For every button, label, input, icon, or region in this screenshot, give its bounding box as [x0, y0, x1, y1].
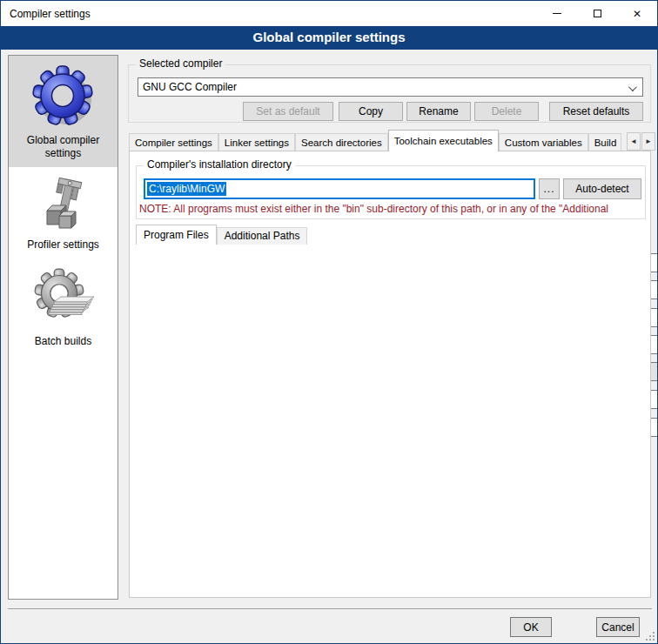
rename-button[interactable]: Rename	[406, 102, 471, 121]
maximize-icon	[594, 10, 601, 17]
sidebar-item-label: Global compiler settings	[12, 134, 114, 160]
ellipsis-icon: ...	[543, 183, 554, 195]
installation-directory-group: Compiler's installation directory C:\ray…	[136, 165, 646, 219]
window-title: Compiler settings	[10, 8, 91, 20]
tab-scroll-right-button[interactable]: ►	[641, 132, 655, 151]
sidebar-item-profiler-settings[interactable]: Profiler settings	[9, 167, 118, 258]
selected-compiler-group: Selected compiler GNU GCC Compiler Set a…	[128, 64, 651, 123]
compiler-tabstrip: Compiler settings Linker settings Search…	[129, 130, 625, 151]
chevron-down-icon	[628, 83, 637, 91]
selected-compiler-group-label: Selected compiler	[136, 57, 225, 70]
installation-directory-input[interactable]: C:\raylib\MinGW	[144, 178, 535, 199]
ok-button[interactable]: OK	[510, 617, 552, 637]
arrow-right-icon: ►	[645, 138, 652, 145]
cancel-button[interactable]: Cancel	[596, 617, 640, 637]
sidebar-item-global-compiler-settings[interactable]: Global compiler settings	[9, 56, 118, 167]
reset-defaults-button[interactable]: Reset defaults	[549, 102, 643, 121]
installation-directory-note: NOTE: All programs must exist either in …	[139, 203, 644, 215]
close-icon: ✕	[633, 9, 641, 19]
resize-grip[interactable]	[645, 631, 655, 641]
close-button[interactable]: ✕	[617, 1, 657, 26]
auto-detect-button[interactable]: Auto-detect	[563, 178, 641, 199]
sidebar-item-batch-builds[interactable]: Batch builds	[9, 258, 118, 355]
caliper-icon	[35, 176, 92, 233]
caption-controls: ✕	[537, 1, 657, 26]
minimize-icon	[553, 13, 561, 14]
program-files-tabstrip: Program Files Additional Paths	[136, 225, 307, 245]
page-title: Global compiler settings	[1, 26, 657, 50]
selected-compiler-value: GNU GCC Compiler	[143, 81, 237, 93]
delete-button[interactable]: Delete	[474, 102, 539, 121]
maximize-button[interactable]	[577, 1, 617, 26]
subtab-program-files[interactable]: Program Files	[136, 225, 217, 245]
tab-search-directories[interactable]: Search directories	[295, 133, 388, 151]
installation-directory-group-label: Compiler's installation directory	[144, 158, 295, 171]
tab-compiler-settings[interactable]: Compiler settings	[129, 133, 218, 151]
tab-scroll-left-button[interactable]: ◄	[627, 132, 641, 151]
installation-directory-value: C:\raylib\MinGW	[147, 182, 226, 196]
gray-gear-stack-icon	[31, 267, 96, 330]
copy-button[interactable]: Copy	[339, 102, 403, 121]
selected-compiler-combobox[interactable]: GNU GCC Compiler	[138, 77, 643, 97]
minimize-button[interactable]	[537, 1, 577, 26]
sidebar-item-label: Batch builds	[35, 335, 91, 348]
blue-gear-icon	[31, 64, 96, 129]
tab-toolchain-executables[interactable]: Toolchain executables	[388, 130, 499, 151]
compiler-button-row: Set as default Copy Rename Delete Reset …	[129, 102, 643, 121]
tab-build-options[interactable]: Build	[588, 133, 621, 151]
arrow-left-icon: ◄	[630, 138, 637, 145]
sidebar-item-label: Profiler settings	[27, 238, 99, 252]
tab-custom-variables[interactable]: Custom variables	[499, 133, 588, 151]
footer-divider	[8, 608, 652, 609]
settings-sidebar: Global compiler settings	[8, 55, 118, 600]
installation-directory-browse-button[interactable]: ...	[539, 178, 560, 199]
tab-linker-settings[interactable]: Linker settings	[218, 133, 295, 151]
set-as-default-button[interactable]: Set as default	[243, 102, 333, 121]
compiler-settings-window: Compiler settings ✕ Global compiler sett…	[0, 0, 658, 644]
subtab-additional-paths[interactable]: Additional Paths	[217, 227, 308, 245]
